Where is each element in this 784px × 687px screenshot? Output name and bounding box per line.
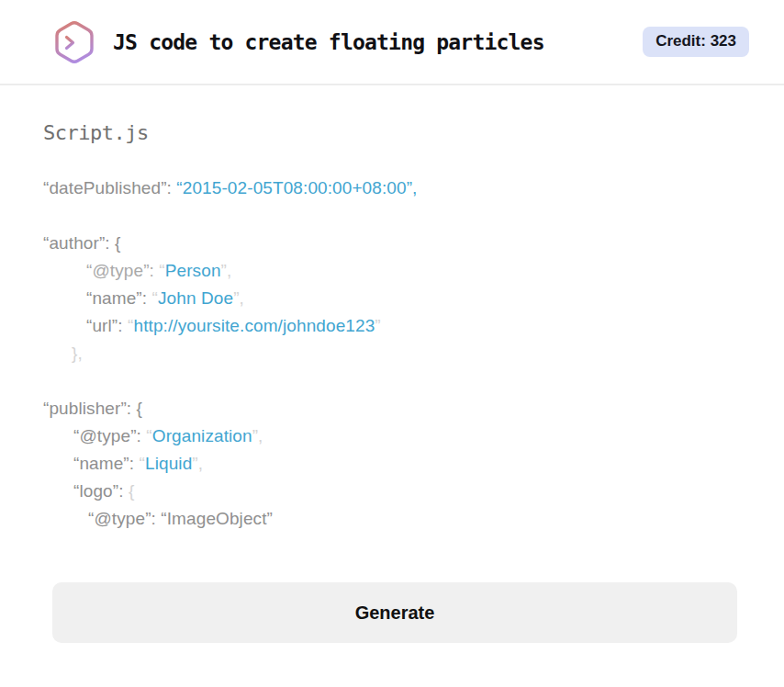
page-title: JS code to create floating particles <box>113 30 544 54</box>
code-segment: John Doe <box>158 288 233 308</box>
code-line: “logo”: { <box>43 478 741 505</box>
code-segment: “@type”: <box>73 426 146 445</box>
code-line: “url”: “http://yoursite.com/johndoe123” <box>43 312 741 340</box>
code-segment: “2015-02-05T08:00:00+08:00”, <box>176 178 417 197</box>
code-segment: “@type”: <box>86 261 159 280</box>
terminal-hexagon-icon <box>50 18 98 66</box>
code-segment: http://yoursite.com/johndoe123 <box>133 316 375 335</box>
code-segment: { <box>129 481 134 501</box>
code-segment: Person <box>165 261 221 280</box>
code-line-blank <box>43 202 741 230</box>
code-segment: “url”: <box>86 316 128 335</box>
main-content: Script.js “datePublished”: “2015-02-05T0… <box>0 121 784 533</box>
code-segment: “publisher”: { <box>43 399 142 418</box>
code-segment: ”, <box>233 288 244 308</box>
button-row: Generate <box>0 582 784 643</box>
code-segment: ”, <box>192 454 203 473</box>
code-segment: “author”: { <box>43 233 121 253</box>
code-segment: “datePublished”: <box>43 178 176 197</box>
code-line: “datePublished”: “2015-02-05T08:00:00+08… <box>43 175 741 202</box>
code-line: “author”: { <box>43 230 741 257</box>
code-line: “@type”: “Person”, <box>43 257 741 285</box>
code-line: “@type”: “ImageObject” <box>43 505 741 533</box>
code-segment: “name”: <box>73 454 140 473</box>
app-header: JS code to create floating particles Cre… <box>0 0 784 85</box>
code-segment: Organization <box>152 426 252 445</box>
code-line: “name”: “Liquid”, <box>43 450 741 478</box>
code-segment: ” <box>375 316 380 335</box>
code-segment: “logo”: <box>73 481 129 501</box>
code-segment: }, <box>72 344 83 363</box>
credit-badge: Credit: 323 <box>643 27 749 57</box>
code-line: “@type”: “Organization”, <box>43 422 741 450</box>
generate-button[interactable]: Generate <box>52 582 737 643</box>
code-segment: Liquid <box>145 454 192 473</box>
code-block: “datePublished”: “2015-02-05T08:00:00+08… <box>43 175 741 533</box>
code-line: “name”: “John Doe”, <box>43 285 741 312</box>
code-segment: ”, <box>221 261 232 280</box>
code-segment: “@type”: “ImageObject” <box>88 509 273 528</box>
code-line: “publisher”: { <box>43 395 741 422</box>
script-filename: Script.js <box>43 121 741 145</box>
code-segment: ”, <box>252 426 263 445</box>
code-segment: “name”: <box>86 288 152 308</box>
code-line-blank <box>43 367 741 395</box>
code-line: }, <box>43 340 741 367</box>
